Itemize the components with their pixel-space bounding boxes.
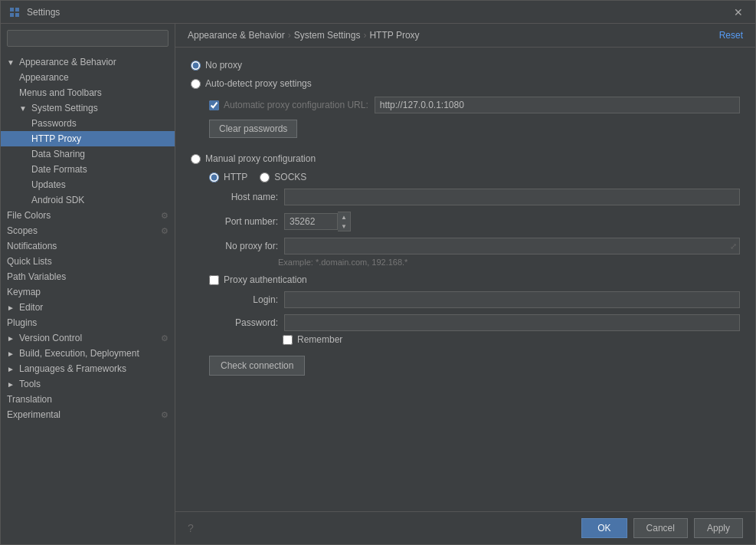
- sidebar-label: Android SDK: [31, 195, 84, 205]
- remember-option[interactable]: Remember: [283, 334, 342, 345]
- sidebar-label: HTTP Proxy: [31, 133, 81, 144]
- sidebar-item-appearance-behavior[interactable]: ▼ Appearance & Behavior: [1, 54, 175, 70]
- port-label: Port number:: [209, 216, 278, 227]
- remember-label: Remember: [297, 334, 342, 345]
- login-row: Login:: [209, 291, 740, 308]
- port-spinner-wrapper: ▲ ▼: [284, 212, 351, 231]
- svg-rect-0: [10, 8, 14, 11]
- manual-proxy-radio[interactable]: [191, 154, 201, 164]
- auto-config-checkbox[interactable]: [209, 100, 219, 110]
- sidebar-label: Updates: [31, 179, 66, 190]
- sidebar-item-version-control[interactable]: ► Version Control ⚙: [1, 330, 175, 346]
- auto-config-url-input[interactable]: [375, 97, 740, 113]
- breadcrumb-sep1: ›: [288, 30, 291, 41]
- window-title: Settings: [27, 7, 729, 18]
- sidebar-label: Passwords: [31, 118, 77, 129]
- no-proxy-label: No proxy: [205, 60, 242, 71]
- auto-detect-label: Auto-detect proxy settings: [205, 78, 312, 89]
- no-proxy-option[interactable]: No proxy: [191, 60, 242, 71]
- password-label: Password:: [209, 317, 278, 328]
- apply-button[interactable]: Apply: [694, 518, 743, 538]
- sidebar-item-build-execution[interactable]: ► Build, Execution, Deployment: [1, 346, 175, 361]
- sidebar-item-keymap[interactable]: Keymap: [1, 284, 175, 300]
- breadcrumb-part2: System Settings: [294, 30, 361, 41]
- sidebar-item-http-proxy[interactable]: HTTP Proxy: [1, 131, 175, 146]
- sidebar-label: Tools: [19, 379, 41, 389]
- sidebar-label: Path Variables: [7, 271, 66, 282]
- manual-proxy-row: Manual proxy configuration: [191, 153, 740, 164]
- no-proxy-for-row: No proxy for: ⤢: [209, 238, 740, 254]
- auto-config-checkbox-label[interactable]: Automatic proxy configuration URL:: [209, 100, 368, 110]
- gear-icon: ⚙: [161, 410, 169, 420]
- remember-row: Remember: [283, 334, 740, 345]
- port-input[interactable]: [284, 213, 338, 230]
- sidebar-item-system-settings[interactable]: ▼ System Settings: [1, 100, 175, 116]
- expand-arrow: ▼: [7, 58, 16, 67]
- sidebar-label: Notifications: [7, 241, 57, 251]
- socks-radio[interactable]: [260, 172, 270, 182]
- sidebar-item-android-sdk[interactable]: Android SDK: [1, 192, 175, 208]
- sidebar-item-menus-toolbars[interactable]: Menus and Toolbars: [1, 85, 175, 100]
- ok-button[interactable]: OK: [581, 518, 627, 538]
- auto-detect-option[interactable]: Auto-detect proxy settings: [191, 78, 312, 89]
- expand-arrow: ▼: [19, 104, 28, 113]
- gear-icon: ⚙: [161, 211, 169, 221]
- login-input[interactable]: [284, 291, 740, 308]
- sidebar-label: Scopes: [7, 225, 38, 236]
- close-button[interactable]: ✕: [729, 5, 748, 20]
- sidebar-item-updates[interactable]: Updates: [1, 177, 175, 192]
- auto-detect-radio[interactable]: [191, 79, 201, 89]
- example-text: Example: *.domain.com, 192.168.*: [278, 258, 740, 267]
- sidebar-item-plugins[interactable]: Plugins: [1, 315, 175, 330]
- sidebar-item-date-formats[interactable]: Date Formats: [1, 162, 175, 177]
- sidebar-label: Appearance: [19, 72, 69, 83]
- no-proxy-row: No proxy: [191, 60, 740, 71]
- sidebar-item-passwords[interactable]: Passwords: [1, 116, 175, 131]
- expand-arrow: ►: [7, 365, 16, 373]
- auto-config-label: Automatic proxy configuration URL:: [224, 100, 368, 110]
- sidebar-item-file-colors[interactable]: File Colors ⚙: [1, 208, 175, 223]
- sidebar-label: Appearance & Behavior: [19, 57, 116, 67]
- sidebar-item-languages-frameworks[interactable]: ► Languages & Frameworks: [1, 361, 175, 376]
- no-proxy-radio[interactable]: [191, 61, 201, 71]
- cancel-button[interactable]: Cancel: [633, 518, 688, 538]
- socks-label: SOCKS: [274, 172, 306, 182]
- sidebar-item-editor[interactable]: ► Editor: [1, 300, 175, 315]
- footer-buttons: OK Cancel Apply: [581, 518, 743, 538]
- sidebar-label: System Settings: [31, 103, 98, 113]
- no-proxy-for-input[interactable]: [284, 238, 740, 254]
- sidebar-item-translation[interactable]: Translation: [1, 392, 175, 407]
- reset-link[interactable]: Reset: [719, 30, 743, 41]
- host-input[interactable]: [284, 189, 740, 205]
- http-radio[interactable]: [209, 172, 219, 182]
- sidebar-label: Build, Execution, Deployment: [19, 348, 139, 359]
- proxy-auth-option[interactable]: Proxy authentication: [209, 274, 307, 285]
- sidebar-item-path-variables[interactable]: Path Variables: [1, 269, 175, 284]
- sidebar-item-tools[interactable]: ► Tools: [1, 376, 175, 392]
- password-input[interactable]: [284, 314, 740, 331]
- sidebar-label: Experimental: [7, 409, 61, 420]
- search-input[interactable]: [7, 30, 169, 47]
- sidebar-item-data-sharing[interactable]: Data Sharing: [1, 146, 175, 162]
- http-option[interactable]: HTTP: [209, 172, 247, 182]
- manual-proxy-option[interactable]: Manual proxy configuration: [191, 153, 316, 164]
- proxy-auth-checkbox[interactable]: [209, 275, 219, 285]
- sidebar-item-appearance[interactable]: Appearance: [1, 70, 175, 85]
- sidebar-item-experimental[interactable]: Experimental ⚙: [1, 407, 175, 422]
- remember-checkbox[interactable]: [283, 335, 293, 345]
- auto-detect-row: Auto-detect proxy settings: [191, 78, 740, 89]
- expand-icon[interactable]: ⤢: [730, 241, 737, 251]
- sidebar-item-quick-lists[interactable]: Quick Lists: [1, 254, 175, 269]
- login-label: Login:: [209, 294, 278, 305]
- sidebar-item-notifications[interactable]: Notifications: [1, 238, 175, 254]
- sidebar-item-scopes[interactable]: Scopes ⚙: [1, 223, 175, 238]
- clear-passwords-button[interactable]: Clear passwords: [209, 120, 297, 138]
- port-increment-button[interactable]: ▲: [338, 212, 350, 222]
- socks-option[interactable]: SOCKS: [260, 172, 306, 182]
- gear-icon: ⚙: [161, 333, 169, 343]
- help-button[interactable]: ?: [188, 522, 194, 534]
- port-decrement-button[interactable]: ▼: [338, 222, 350, 231]
- sidebar-label: Menus and Toolbars: [19, 87, 102, 98]
- check-connection-button[interactable]: Check connection: [209, 356, 305, 376]
- auth-form: Login: Password:: [209, 291, 740, 331]
